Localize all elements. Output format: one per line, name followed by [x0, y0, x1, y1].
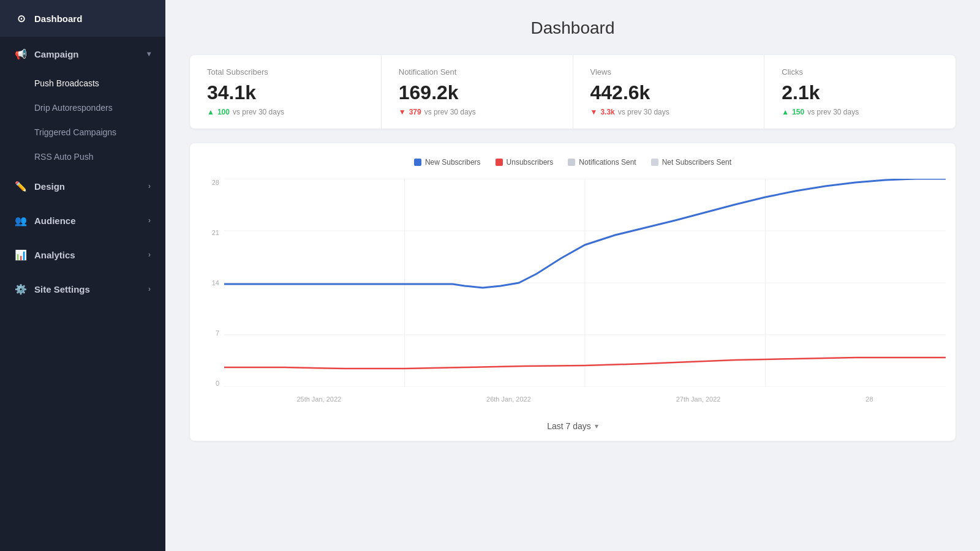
stat-change-num-clicks: 150	[792, 108, 804, 116]
legend-dot-net-subscribers	[651, 159, 658, 166]
time-filter-label: Last 7 days	[547, 421, 591, 431]
legend-label-net-subscribers: Net Subscribers Sent	[662, 158, 731, 167]
arrow-up-icon-subscribers: ▲	[207, 108, 214, 116]
stat-value-views: 442.6k	[590, 81, 747, 104]
sidebar-section-campaign: 📢 Campaign ▾ Push Broadcasts Drip Autore…	[0, 37, 165, 169]
campaign-sub-items: Push Broadcasts Drip Autoresponders Trig…	[0, 71, 165, 169]
sidebar-analytics-header[interactable]: 📊 Analytics ›	[0, 238, 165, 272]
main-scroll-area: Dashboard Total Subscribers 34.1k ▲ 100 …	[165, 0, 980, 551]
stats-row: Total Subscribers 34.1k ▲ 100 vs prev 30…	[190, 55, 956, 129]
legend-dot-new-subscribers	[414, 159, 421, 166]
sidebar-site-settings-header[interactable]: ⚙️ Site Settings ›	[0, 272, 165, 306]
stat-card-total-subscribers: Total Subscribers 34.1k ▲ 100 vs prev 30…	[190, 55, 382, 129]
stat-change-text-clicks: vs prev 30 days	[807, 108, 859, 116]
sidebar-item-drip-autoresponders[interactable]: Drip Autoresponders	[34, 96, 165, 120]
page-title: Dashboard	[190, 18, 956, 38]
sidebar-item-triggered-campaigns[interactable]: Triggered Campaigns	[34, 120, 165, 144]
stat-card-notification-sent: Notification Sent 169.2k ▼ 379 vs prev 3…	[382, 55, 573, 129]
main-content-area: Dashboard Total Subscribers 34.1k ▲ 100 …	[165, 0, 980, 551]
legend-label-notifications-sent: Notifications Sent	[579, 158, 636, 167]
stat-change-text-views: vs prev 30 days	[618, 108, 669, 116]
audience-icon: 👥	[15, 214, 27, 227]
chart-svg	[224, 179, 946, 387]
sidebar-audience-header[interactable]: 👥 Audience ›	[0, 203, 165, 238]
legend-dot-notifications-sent	[568, 159, 575, 166]
sidebar: ⊙ Dashboard 📢 Campaign ▾ Push Broadcasts…	[0, 0, 165, 551]
design-icon: ✏️	[15, 180, 27, 192]
site-settings-icon: ⚙️	[15, 283, 27, 295]
analytics-chevron-icon: ›	[148, 250, 151, 259]
x-label-26jan: 26th Jan, 2022	[486, 395, 531, 403]
stat-change-num-views: 3.3k	[600, 108, 614, 116]
stat-change-num-subscribers: 100	[217, 108, 230, 116]
sidebar-campaign-label: Campaign	[34, 49, 79, 59]
chart-xaxis: 25th Jan, 2022 26th Jan, 2022 27th Jan, …	[224, 387, 946, 411]
stat-value-notification: 169.2k	[399, 81, 556, 104]
y-label-28: 28	[212, 179, 219, 186]
sidebar-section-analytics: 📊 Analytics ›	[0, 238, 165, 272]
chart-legend: New Subscribers Unsubscribers Notificati…	[200, 158, 946, 167]
stat-label-views: Views	[590, 67, 747, 77]
sidebar-design-label: Design	[34, 181, 65, 192]
stat-change-notification: ▼ 379 vs prev 30 days	[399, 108, 556, 116]
stat-change-clicks: ▲ 150 vs prev 30 days	[782, 108, 938, 116]
stat-label-clicks: Clicks	[782, 67, 938, 77]
sidebar-section-site-settings: ⚙️ Site Settings ›	[0, 272, 165, 306]
y-label-0: 0	[216, 380, 219, 387]
legend-new-subscribers: New Subscribers	[414, 158, 481, 167]
stat-label-notification: Notification Sent	[399, 67, 556, 77]
stat-change-subscribers: ▲ 100 vs prev 30 days	[207, 108, 364, 116]
x-label-28: 28	[865, 395, 873, 403]
stat-change-text-notification: vs prev 30 days	[424, 108, 476, 116]
x-label-25jan: 25th Jan, 2022	[296, 395, 341, 403]
sidebar-item-rss-auto-push[interactable]: RSS Auto Push	[34, 144, 165, 169]
sidebar-campaign-header[interactable]: 📢 Campaign ▾	[0, 37, 165, 71]
dashboard-icon: ⊙	[15, 12, 27, 24]
chart-svg-container	[224, 179, 946, 387]
campaign-chevron-icon: ▾	[147, 50, 151, 58]
audience-chevron-icon: ›	[148, 216, 151, 225]
stat-change-views: ▼ 3.3k vs prev 30 days	[590, 108, 747, 116]
sidebar-site-settings-label: Site Settings	[34, 284, 90, 294]
chart-area: 28 21 14 7 0	[200, 179, 946, 411]
sidebar-section-audience: 👥 Audience ›	[0, 203, 165, 238]
chart-yaxis: 28 21 14 7 0	[200, 179, 224, 387]
site-settings-chevron-icon: ›	[148, 285, 151, 293]
legend-label-unsubscribers: Unsubscribers	[507, 158, 554, 167]
arrow-down-icon-notification: ▼	[399, 108, 406, 116]
time-filter-chevron-icon: ▾	[595, 422, 598, 430]
stat-value-clicks: 2.1k	[782, 81, 938, 104]
chart-container: New Subscribers Unsubscribers Notificati…	[190, 143, 956, 441]
stat-change-num-notification: 379	[409, 108, 421, 116]
x-label-27jan: 27th Jan, 2022	[676, 395, 721, 403]
arrow-down-icon-views: ▼	[590, 108, 598, 116]
y-label-7: 7	[216, 329, 219, 337]
legend-net-subscribers: Net Subscribers Sent	[651, 158, 731, 167]
stat-card-views: Views 442.6k ▼ 3.3k vs prev 30 days	[573, 55, 765, 129]
y-label-14: 14	[212, 279, 219, 287]
analytics-icon: 📊	[15, 249, 27, 261]
legend-label-new-subscribers: New Subscribers	[425, 158, 481, 167]
campaign-icon: 📢	[15, 48, 27, 60]
sidebar-section-design: ✏️ Design ›	[0, 169, 165, 203]
stat-card-clicks: Clicks 2.1k ▲ 150 vs prev 30 days	[764, 55, 956, 129]
sidebar-audience-label: Audience	[34, 216, 76, 226]
y-label-21: 21	[212, 229, 219, 236]
sidebar-item-push-broadcasts[interactable]: Push Broadcasts	[34, 71, 165, 96]
design-chevron-icon: ›	[148, 182, 151, 190]
legend-dot-unsubscribers	[496, 159, 503, 166]
sidebar-analytics-label: Analytics	[34, 250, 75, 260]
stat-value-subscribers: 34.1k	[207, 81, 364, 104]
sidebar-design-header[interactable]: ✏️ Design ›	[0, 169, 165, 203]
time-filter[interactable]: Last 7 days ▾	[200, 421, 946, 431]
sidebar-item-dashboard[interactable]: ⊙ Dashboard	[0, 0, 165, 37]
stat-label-subscribers: Total Subscribers	[207, 67, 364, 77]
arrow-up-icon-clicks: ▲	[782, 108, 789, 116]
sidebar-dashboard-label: Dashboard	[34, 13, 82, 24]
legend-notifications-sent: Notifications Sent	[568, 158, 636, 167]
stat-change-text-subscribers: vs prev 30 days	[233, 108, 284, 116]
legend-unsubscribers: Unsubscribers	[496, 158, 554, 167]
